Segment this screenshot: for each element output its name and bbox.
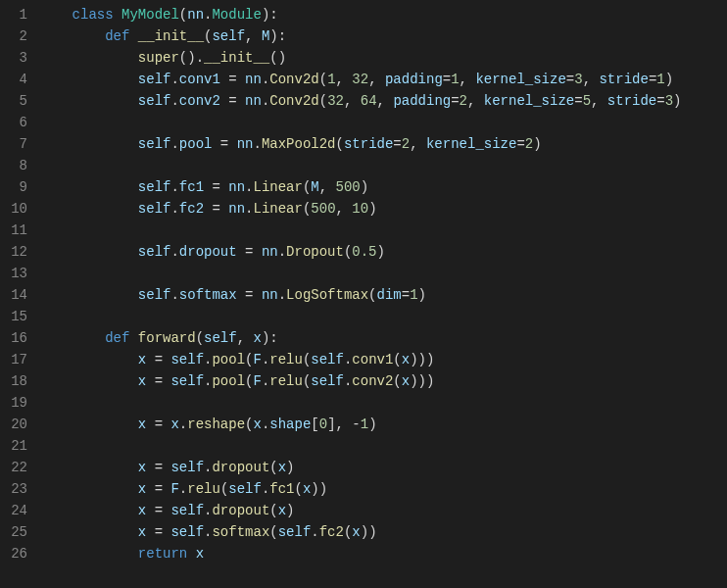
token-fn: Dropout (286, 244, 344, 260)
token-var: nn (228, 179, 245, 195)
code-line[interactable]: self.fc2 = nn.Linear(500, 10) (39, 198, 727, 220)
token-var: nn (228, 201, 245, 217)
token-pun: . (170, 244, 178, 260)
token-var: x (138, 416, 146, 432)
token-op: - (352, 416, 360, 432)
token-pun (39, 481, 138, 497)
code-line[interactable] (39, 220, 727, 241)
code-line[interactable]: self.dropout = nn.Dropout(0.5) (39, 241, 727, 263)
token-var: x (170, 416, 178, 432)
line-number: 19 (0, 392, 27, 414)
code-line[interactable] (39, 435, 727, 457)
token-pun: ) (286, 503, 294, 518)
line-number-gutter: 1234567891011121314151617181920212223242… (0, 0, 39, 588)
code-line[interactable] (39, 306, 727, 327)
token-pun: , (245, 28, 262, 44)
token-op: = (237, 244, 262, 260)
token-kw: class (73, 7, 121, 23)
code-line[interactable]: self.softmax = nn.LogSoftmax(dim=1) (39, 284, 727, 306)
token-pun: , (583, 72, 600, 87)
token-dunder: __init__ (138, 28, 204, 44)
code-line[interactable]: self.pool = nn.MaxPool2d(stride=2, kerne… (39, 133, 727, 155)
token-op: = (237, 287, 262, 303)
token-pun: ( (393, 352, 401, 368)
line-number: 18 (0, 370, 27, 392)
code-line[interactable]: return x (39, 543, 727, 564)
token-pun: )) (311, 481, 327, 497)
token-var: nn (237, 136, 254, 152)
code-line[interactable] (39, 155, 727, 176)
token-parm: stride (607, 93, 656, 109)
line-number: 23 (0, 478, 27, 500)
token-pun (39, 503, 138, 518)
token-var: pool (179, 136, 213, 152)
token-pun (39, 50, 138, 66)
code-line[interactable] (39, 263, 727, 284)
token-num: 2 (402, 136, 410, 152)
token-var: nn (187, 7, 204, 23)
code-line[interactable]: super().__init__() (39, 47, 727, 69)
line-number: 16 (0, 327, 27, 349)
token-pun: , (336, 201, 353, 217)
token-num: 64 (361, 93, 377, 109)
token-parm: x (253, 330, 261, 346)
code-line[interactable]: x = self.pool(F.relu(self.conv2(x))) (39, 370, 727, 392)
code-line[interactable]: x = F.relu(self.fc1(x)) (39, 478, 727, 500)
token-self: self (138, 93, 171, 109)
line-number: 20 (0, 414, 27, 435)
code-editor[interactable]: 1234567891011121314151617181920212223242… (0, 0, 727, 588)
code-line[interactable]: self.conv2 = nn.Conv2d(32, 64, padding=2… (39, 90, 727, 112)
code-line[interactable]: def __init__(self, M): (39, 25, 727, 47)
token-self: self (278, 524, 312, 540)
token-pun: ) (377, 244, 385, 260)
code-line[interactable]: def forward(self, x): (39, 327, 727, 349)
token-fn: super (138, 50, 179, 66)
code-line[interactable] (39, 112, 727, 133)
token-kw: def (105, 28, 138, 44)
line-number: 11 (0, 220, 27, 241)
token-fn: pool (212, 373, 245, 389)
token-pun: . (170, 201, 178, 217)
code-line[interactable]: class MyModel(nn.Module): (39, 4, 727, 25)
token-var: x (278, 503, 286, 518)
token-op: = (146, 416, 170, 432)
code-area[interactable]: class MyModel(nn.Module): def __init__(s… (39, 0, 727, 588)
token-self: self (138, 72, 171, 87)
code-line[interactable]: x = x.reshape(x.shape[0], -1) (39, 414, 727, 435)
token-pun: ( (269, 503, 277, 518)
line-number: 1 (0, 4, 27, 25)
token-var: nn (245, 72, 262, 87)
token-num: 3 (574, 72, 582, 87)
token-op: = (204, 179, 228, 195)
token-var: conv2 (179, 93, 220, 109)
token-var: x (402, 373, 410, 389)
token-pun (39, 72, 138, 87)
code-line[interactable] (39, 392, 727, 414)
code-line[interactable]: x = self.pool(F.relu(self.conv1(x))) (39, 349, 727, 370)
code-line[interactable]: x = self.dropout(x) (39, 500, 727, 521)
token-op: = (393, 136, 401, 152)
token-op: = (146, 373, 170, 389)
token-var: nn (262, 287, 278, 303)
token-self: self (138, 136, 171, 152)
token-self: self (138, 244, 171, 260)
code-line[interactable]: self.fc1 = nn.Linear(M, 500) (39, 176, 727, 198)
code-line[interactable]: x = self.softmax(self.fc2(x)) (39, 521, 727, 543)
token-pun: ( (319, 72, 327, 87)
token-pun (39, 330, 105, 346)
token-pun: ( (393, 373, 401, 389)
line-number: 22 (0, 457, 27, 478)
token-self: self (311, 352, 344, 368)
token-pun (39, 93, 138, 109)
token-dunder: __init__ (204, 50, 269, 66)
token-pun (39, 546, 138, 562)
token-fn: relu (269, 352, 303, 368)
token-fn: MaxPool2d (262, 136, 336, 152)
code-line[interactable]: self.conv1 = nn.Conv2d(1, 32, padding=1,… (39, 69, 727, 90)
token-fn: relu (269, 373, 303, 389)
code-line[interactable]: x = self.dropout(x) (39, 457, 727, 478)
token-op: = (146, 524, 170, 540)
token-pun: ( (319, 93, 327, 109)
token-pun: . (179, 416, 187, 432)
token-pun: . (170, 179, 178, 195)
